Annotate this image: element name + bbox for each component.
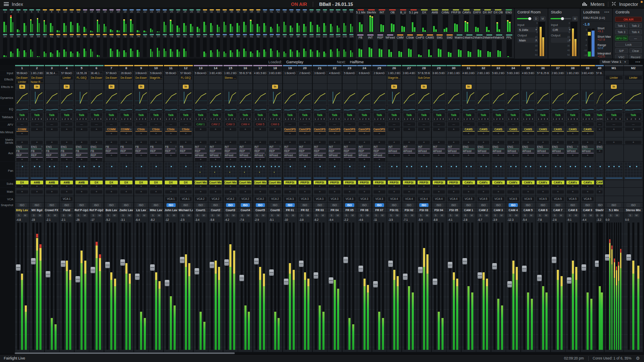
talk-number-4[interactable]: 4	[442, 117, 444, 121]
aux-send[interactable]: INT	[418, 145, 430, 149]
vca-assignment[interactable]: VCA 5	[567, 197, 579, 201]
matrix-sends-row[interactable]: +	[45, 137, 59, 145]
vca-row[interactable]: VCA 3	[283, 196, 297, 203]
talk-button[interactable]: Talk	[374, 113, 385, 117]
dynamics-graph[interactable]	[537, 90, 549, 105]
fader-handle[interactable]	[75, 276, 80, 282]
aux-send[interactable]: REP	[374, 149, 385, 153]
matrix-add-button[interactable]: +	[433, 141, 445, 144]
subs-row[interactable]: Court Mic+	[253, 180, 267, 188]
main-row[interactable]: +	[15, 188, 29, 196]
snapshot-row[interactable]: ISO	[343, 203, 357, 208]
aux-send[interactable]: ENG	[493, 145, 504, 149]
dynamics-row[interactable]	[119, 90, 133, 106]
main-add-button[interactable]: +	[269, 190, 281, 194]
talk-number-4[interactable]: 4	[279, 117, 280, 121]
talk-button[interactable]: Talk	[106, 113, 117, 117]
talk-channel-numbers[interactable]: 1234	[463, 117, 475, 121]
mix-minus-row[interactable]: +	[30, 127, 44, 137]
fader-handle[interactable]	[284, 279, 288, 285]
fader-track[interactable]	[568, 222, 570, 350]
main-add-button[interactable]: +	[31, 190, 43, 194]
talk-number-3[interactable]: 3	[335, 117, 337, 121]
dynamics-row[interactable]	[521, 90, 535, 106]
pan-graph[interactable]	[566, 163, 579, 178]
aux-sends-row[interactable]: ENGFBREP+	[45, 145, 59, 162]
afv-row[interactable]: —	[551, 122, 565, 127]
talk-number-1[interactable]: 1	[181, 117, 182, 121]
eq-row[interactable]	[238, 106, 252, 113]
vca-row[interactable]: VCA 5	[536, 196, 550, 203]
sub-bus-assignment[interactable]: DX	[120, 181, 132, 184]
matrix-sends-row[interactable]: +	[30, 137, 44, 145]
talk-number-2[interactable]: 2	[273, 117, 274, 121]
aux-send[interactable]: INT	[358, 145, 370, 149]
talk-number-3[interactable]: 3	[246, 117, 247, 121]
control-button-talk-1[interactable]: Talk 1	[615, 23, 628, 28]
main-row[interactable]: +	[357, 188, 371, 196]
talk-number-3[interactable]: 3	[68, 117, 69, 121]
dynamics-row[interactable]	[343, 90, 357, 106]
effects-row[interactable]	[327, 75, 342, 84]
talk-channel-numbers[interactable]: 1234	[567, 117, 579, 121]
talk-number-4[interactable]: 4	[576, 117, 578, 121]
talkback-row[interactable]: Talk1234	[313, 113, 327, 122]
aux-sends-row[interactable]: INTWFeed+	[447, 145, 461, 162]
effect-plugin[interactable]: Limiter	[16, 80, 29, 84]
matrix-add-button[interactable]: +	[552, 141, 564, 144]
mute-button[interactable]: M	[201, 214, 207, 217]
mute-button[interactable]: M	[37, 214, 43, 217]
talk-channel-numbers[interactable]: 1234	[106, 117, 117, 121]
aux-send[interactable]: REP	[91, 153, 102, 158]
input-patch-value[interactable]: 2:8D,1:8D	[447, 71, 460, 75]
mix-minus-row[interactable]: +	[605, 127, 623, 137]
afv-button[interactable]: CAM 4	[239, 122, 251, 126]
effects-in-row[interactable]: In	[134, 84, 148, 90]
matrix-sends-row[interactable]: +	[402, 137, 416, 145]
eq-row[interactable]	[164, 106, 178, 113]
talk-button[interactable]: Talk	[31, 113, 43, 117]
eq-row[interactable]	[223, 106, 238, 113]
main-add-button[interactable]: +	[150, 190, 162, 194]
aux-send[interactable]: REP	[225, 149, 236, 153]
fader-track[interactable]	[596, 222, 598, 350]
main-add-button[interactable]: +	[567, 190, 579, 194]
aux-add-button[interactable]: +	[61, 158, 73, 161]
talk-channel-numbers[interactable]: 1234	[537, 117, 549, 121]
main-add-button[interactable]: +	[91, 190, 102, 194]
main-row[interactable]: +	[447, 188, 461, 196]
talkback-row[interactable]: Talk1234	[491, 113, 506, 122]
solo-button[interactable]: S	[329, 214, 334, 217]
fader-track[interactable]	[509, 222, 511, 350]
mute-button[interactable]: M	[350, 214, 356, 217]
main-add-button[interactable]: +	[374, 190, 385, 194]
talk-number-4[interactable]: 4	[338, 117, 340, 121]
vca-row[interactable]: VCA 5	[581, 196, 595, 203]
fader-handle[interactable]	[224, 259, 229, 266]
matrix-add-button[interactable]: +	[91, 141, 102, 144]
channel-number-header[interactable]: 13	[194, 65, 208, 71]
subs-add-button[interactable]: +	[552, 185, 564, 188]
aux-send[interactable]: REP⊦	[239, 149, 251, 153]
input-row[interactable]: 2:BckmD	[298, 71, 312, 75]
main-row[interactable]: +	[581, 188, 595, 196]
effects-in-row[interactable]	[536, 84, 550, 90]
talk-number-4[interactable]: 4	[264, 117, 265, 121]
input-row[interactable]: 1:8D,2:8D	[566, 71, 580, 75]
vca-row[interactable]	[15, 196, 29, 203]
talk-number-3[interactable]: 3	[410, 117, 411, 121]
pan-row[interactable]	[521, 162, 535, 180]
talk-number-3[interactable]: 3	[588, 117, 589, 121]
aux-send[interactable]: INT	[314, 145, 326, 149]
channel-name[interactable]: FR 06	[357, 208, 371, 213]
iso-badge[interactable]: ISO	[137, 203, 146, 207]
mix-minus-row[interactable]: +	[60, 127, 74, 137]
talk-number-3[interactable]: 3	[157, 117, 158, 121]
subs-row[interactable]: FR/FSt+	[343, 180, 357, 188]
effects-row[interactable]	[268, 75, 282, 84]
talk-number-3[interactable]: 3	[558, 117, 560, 121]
channel-number-header[interactable]: 37	[551, 65, 565, 71]
dynamics-graph[interactable]	[299, 90, 311, 105]
effects-in-row[interactable]: In	[179, 84, 193, 90]
fader-handle[interactable]	[165, 280, 169, 286]
